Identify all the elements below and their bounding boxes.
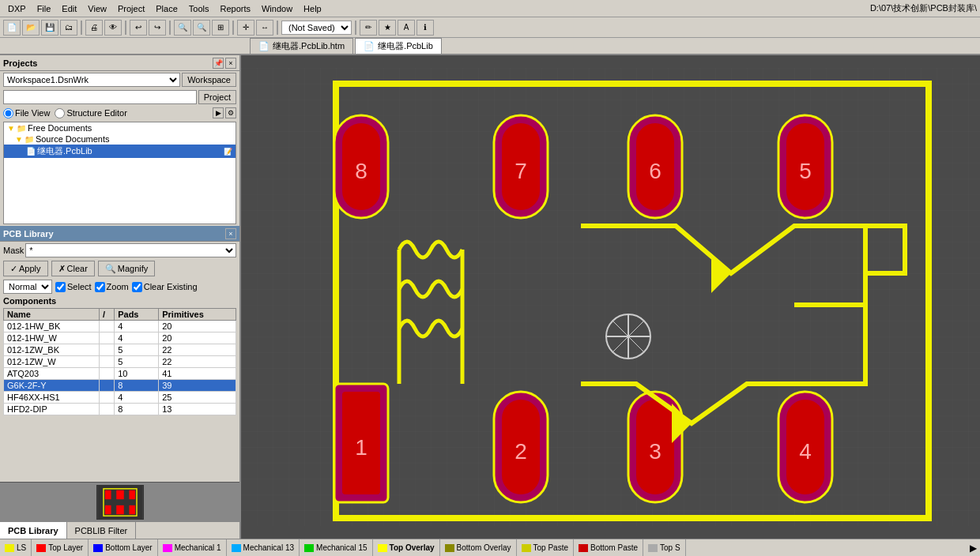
tab-pcblib-htm[interactable]: 📄 继电器.PcbLib.htm — [250, 38, 353, 54]
toolbar-star[interactable]: ★ — [379, 20, 396, 36]
toolbar-zoom-fit[interactable]: ⊞ — [212, 20, 229, 36]
tab-pcblib-filter[interactable]: PCBLIB Filter — [67, 522, 137, 539]
tree-source-docs[interactable]: ▼ 📁 Source Documents — [4, 133, 236, 145]
toolbar-cross[interactable]: ✛ — [237, 20, 254, 36]
mask-row: Mask * — [0, 242, 239, 259]
svg-text:8: 8 — [355, 159, 368, 183]
projects-close-btn[interactable]: × — [225, 58, 236, 69]
toolbar-print[interactable]: 🖨 — [85, 20, 103, 36]
normal-combo[interactable]: Normal — [3, 280, 52, 294]
view-icon2[interactable]: ⚙ — [225, 107, 236, 118]
layer-item-top-overlay[interactable]: Top Overlay — [373, 539, 440, 557]
table-row[interactable]: HFD2-DIP 8 13 — [4, 404, 236, 415]
zoom-checkbox[interactable] — [95, 282, 105, 292]
table-row[interactable]: G6K-2F-Y 8 39 — [4, 380, 236, 392]
tab-pcb-library[interactable]: PCB Library — [0, 522, 67, 539]
clear-existing-checkbox-label[interactable]: Clear Existing — [132, 282, 198, 292]
project-button[interactable]: Project — [198, 90, 236, 104]
col-name[interactable]: Name — [4, 309, 100, 321]
toolbar-new[interactable]: 📄 — [3, 20, 21, 36]
tree-free-docs[interactable]: ▼ 📁 Free Documents — [4, 122, 236, 133]
sep3 — [169, 21, 171, 35]
menu-reports[interactable]: Reports — [215, 2, 255, 15]
layer-item-bottom-paste[interactable]: Bottom Paste — [574, 539, 643, 557]
table-row[interactable]: 012-1HW_W 4 20 — [4, 332, 236, 344]
menu-file[interactable]: File — [32, 2, 56, 15]
toolbar-text[interactable]: A — [398, 20, 415, 36]
toolbar-redo[interactable]: ↪ — [149, 20, 166, 36]
layer-item-ls[interactable]: LS — [0, 539, 32, 557]
menu-place[interactable]: Place — [151, 2, 183, 15]
canvas-area[interactable]: 8 7 6 5 1 2 3 — [241, 55, 980, 539]
toolbar-undo[interactable]: ↩ — [130, 20, 147, 36]
mask-combo[interactable]: * — [25, 243, 236, 257]
menu-tools[interactable]: Tools — [184, 2, 214, 15]
toolbar-combo-saved[interactable]: (Not Saved) — [281, 21, 352, 35]
table-row[interactable]: ATQ203 10 41 — [4, 368, 236, 380]
col-slash[interactable]: / — [100, 309, 115, 321]
projects-pin-btn[interactable]: 📌 — [213, 58, 224, 69]
toolbar-save[interactable]: 💾 — [41, 20, 58, 36]
layer-item-bottom-layer[interactable]: Bottom Layer — [89, 539, 157, 557]
clear-button[interactable]: ✗ Clear — [51, 261, 95, 276]
toolbar-zoom-in[interactable]: 🔍 — [174, 20, 191, 36]
toolbar-pencil[interactable]: ✏ — [360, 20, 377, 36]
toolbar-open[interactable]: 📂 — [22, 20, 40, 36]
svg-text:2: 2 — [514, 439, 527, 464]
col-pads[interactable]: Pads — [115, 309, 159, 321]
table-row[interactable]: 012-1ZW_W 5 22 — [4, 356, 236, 368]
toolbar-zoom-out[interactable]: 🔍 — [193, 20, 210, 36]
file-tree: ▼ 📁 Free Documents ▼ 📁 Source Documents … — [3, 122, 236, 224]
select-checkbox[interactable] — [55, 282, 66, 292]
layer-item-mechanical-15[interactable]: Mechanical 15 — [300, 539, 372, 557]
workspace-combo[interactable]: Workspace1.DsnWrk — [3, 73, 180, 87]
svg-text:3: 3 — [649, 439, 662, 464]
layer-item-mechanical-1[interactable]: Mechanical 1 — [158, 539, 227, 557]
thumbnail-area — [0, 482, 239, 521]
components-label: Components — [0, 295, 239, 306]
layer-item-mechanical-13[interactable]: Mechanical 13 — [227, 539, 300, 557]
toolbar: 📄 📂 💾 🗂 🖨 👁 ↩ ↪ 🔍 🔍 ⊞ ✛ ↔ (Not Saved) ✏ … — [0, 17, 980, 38]
magnify-button[interactable]: 🔍 Magnify — [98, 261, 156, 276]
toolbar-save-all[interactable]: 🗂 — [60, 20, 77, 36]
project-search-input[interactable] — [3, 90, 197, 104]
layer-item-top-layer[interactable]: Top Layer — [32, 539, 89, 557]
toolbar-move[interactable]: ↔ — [256, 20, 273, 36]
tab-pcblib[interactable]: 📄 继电器.PcbLib — [355, 38, 442, 54]
bottom-tabs: PCB Library PCBLIB Filter — [0, 521, 239, 539]
svg-text:4: 4 — [799, 439, 812, 464]
clear-existing-checkbox[interactable] — [132, 282, 142, 292]
workspace-button[interactable]: Workspace — [182, 73, 236, 87]
table-row[interactable]: 012-1ZW_BK 5 22 — [4, 344, 236, 356]
menu-help[interactable]: Help — [299, 2, 326, 15]
svg-text:7: 7 — [514, 159, 527, 183]
menu-project[interactable]: Project — [113, 2, 149, 15]
projects-title: Projects — [3, 58, 37, 68]
structure-editor-radio[interactable]: Structure Editor — [55, 108, 126, 118]
menu-edit[interactable]: Edit — [57, 2, 81, 15]
scroll-right-icon[interactable]: ▶ — [970, 543, 977, 554]
view-row: File View Structure Editor ▶ ⚙ — [0, 106, 239, 120]
apply-button[interactable]: ✓ Apply — [3, 261, 48, 276]
layer-item-top-s[interactable]: Top S — [643, 539, 686, 557]
file-view-radio[interactable]: File View — [3, 108, 50, 118]
table-row[interactable]: 012-1HW_BK 4 20 — [4, 321, 236, 332]
menu-window[interactable]: Window — [257, 2, 297, 15]
toolbar-info[interactable]: ℹ — [416, 20, 434, 36]
pcblib-close-btn[interactable]: × — [225, 228, 236, 239]
menu-view[interactable]: View — [83, 2, 111, 15]
select-checkbox-label[interactable]: Select — [55, 282, 92, 292]
sep5 — [277, 21, 278, 35]
view-icon1[interactable]: ▶ — [213, 107, 224, 118]
zoom-checkbox-label[interactable]: Zoom — [95, 282, 129, 292]
toolbar-preview[interactable]: 👁 — [104, 20, 122, 36]
table-row[interactable]: HF46XX-HS1 4 25 — [4, 392, 236, 404]
col-primitives[interactable]: Primitives — [159, 309, 236, 321]
layer-item-top-paste[interactable]: Top Paste — [517, 539, 574, 557]
statusbar: LSTop LayerBottom LayerMechanical 1Mecha… — [0, 539, 980, 556]
svg-rect-4 — [104, 505, 111, 513]
menu-dxp[interactable]: DXP — [3, 2, 31, 15]
layer-item-bottom-overlay[interactable]: Bottom Overlay — [440, 539, 517, 557]
tree-pcblib-file[interactable]: 📄 继电器.PcbLib 📝 — [4, 145, 236, 158]
status-end: ▶ — [967, 543, 980, 554]
